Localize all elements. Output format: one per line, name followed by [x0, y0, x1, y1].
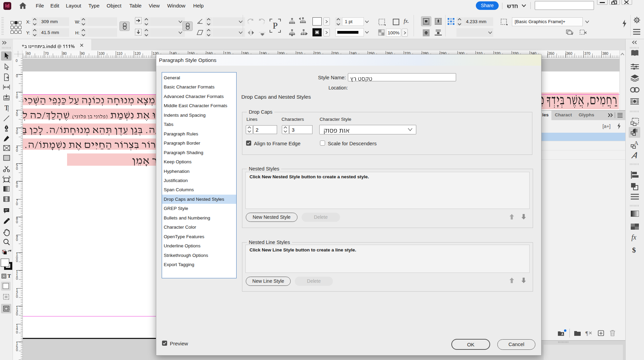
- svg-text:A: A: [634, 140, 639, 146]
- svg-text:T: T: [4, 105, 9, 112]
- svg-text:¶: ¶: [585, 330, 588, 337]
- svg-text:P: P: [273, 21, 277, 31]
